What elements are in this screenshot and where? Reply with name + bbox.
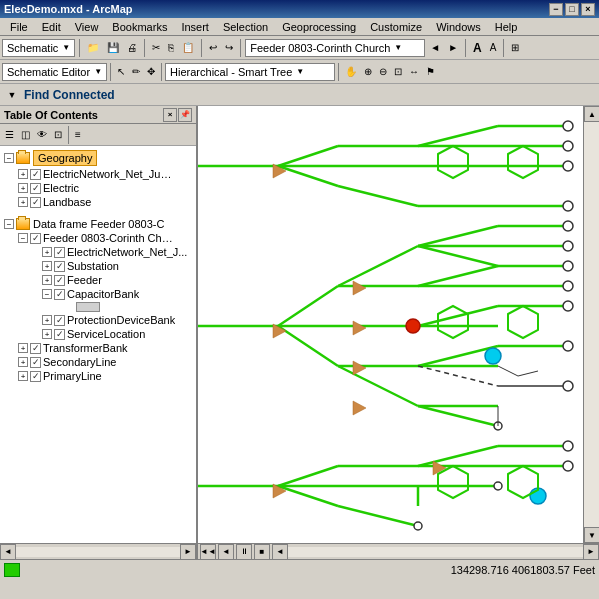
toc-visibility-btn[interactable]: 👁 bbox=[34, 125, 50, 145]
toc-item-feeder[interactable]: + Feeder bbox=[38, 273, 196, 287]
pencil-tool[interactable]: ✏ bbox=[129, 62, 143, 82]
feeder-nav-prev[interactable]: ◄ bbox=[427, 38, 443, 58]
feeder-nav-next[interactable]: ► bbox=[445, 38, 461, 58]
grid-button[interactable]: ⊞ bbox=[508, 38, 522, 58]
maximize-button[interactable]: □ bbox=[565, 3, 579, 16]
menu-windows[interactable]: Windows bbox=[430, 20, 487, 34]
menu-insert[interactable]: Insert bbox=[175, 20, 215, 34]
secondaryline-expander[interactable]: + bbox=[18, 357, 28, 367]
en-junc-expander[interactable]: + bbox=[18, 169, 28, 179]
toc-item-landbase[interactable]: + Landbase bbox=[14, 195, 196, 209]
feeder-group-expander[interactable]: − bbox=[18, 233, 28, 243]
close-button[interactable]: × bbox=[581, 3, 595, 16]
open-button[interactable]: 📁 bbox=[84, 38, 102, 58]
copy-button[interactable]: ⎘ bbox=[165, 38, 177, 58]
menu-bookmarks[interactable]: Bookmarks bbox=[106, 20, 173, 34]
servicelocation-expander[interactable]: + bbox=[42, 329, 52, 339]
window-controls[interactable]: − □ × bbox=[549, 3, 595, 16]
toc-item-capacitorbank[interactable]: − CapacitorBank bbox=[38, 287, 196, 301]
toc-item-substation[interactable]: + Substation bbox=[38, 259, 196, 273]
schematic-editor-dropdown[interactable]: Schematic Editor ▼ bbox=[2, 63, 107, 81]
landbase-expander[interactable]: + bbox=[18, 197, 28, 207]
toc-group-dataframe-header[interactable]: − Data frame Feeder 0803-C bbox=[0, 217, 196, 231]
font-a-button[interactable]: A bbox=[470, 38, 485, 58]
toc-item-en-net-j[interactable]: + ElectricNetwork_Net_J... bbox=[38, 245, 196, 259]
menu-edit[interactable]: Edit bbox=[36, 20, 67, 34]
transformerbank-expander[interactable]: + bbox=[18, 343, 28, 353]
toc-scroll-left[interactable]: ◄ bbox=[0, 544, 16, 560]
minimize-button[interactable]: − bbox=[549, 3, 563, 16]
protectiondevicebank-expander[interactable]: + bbox=[42, 315, 52, 325]
toc-group-geography-header[interactable]: − Geography bbox=[0, 149, 196, 167]
toc-dock-button[interactable]: 📌 bbox=[178, 108, 192, 122]
feeder-checkbox[interactable] bbox=[54, 275, 65, 286]
capacitorbank-checkbox[interactable] bbox=[54, 289, 65, 300]
toc-item-servicelocation[interactable]: + ServiceLocation bbox=[38, 327, 196, 341]
route-tool[interactable]: ↔ bbox=[406, 62, 422, 82]
electric-checkbox[interactable] bbox=[30, 183, 41, 194]
menu-selection[interactable]: Selection bbox=[217, 20, 274, 34]
cut-button[interactable]: ✂ bbox=[149, 38, 163, 58]
feeder-group-checkbox[interactable] bbox=[30, 233, 41, 244]
scroll-left-button[interactable]: ◄ bbox=[272, 544, 288, 560]
select-tool[interactable]: ↖ bbox=[114, 62, 128, 82]
menu-customize[interactable]: Customize bbox=[364, 20, 428, 34]
nav-first-button[interactable]: ◄◄ bbox=[200, 544, 216, 560]
scroll-track-vertical[interactable] bbox=[584, 122, 599, 527]
toc-sel-btn[interactable]: ⊡ bbox=[51, 125, 65, 145]
protectiondevicebank-checkbox[interactable] bbox=[54, 315, 65, 326]
undo-button[interactable]: ↩ bbox=[206, 38, 220, 58]
move-tool[interactable]: ✥ bbox=[144, 62, 158, 82]
landbase-checkbox[interactable] bbox=[30, 197, 41, 208]
secondaryline-checkbox[interactable] bbox=[30, 357, 41, 368]
toc-item-secondaryline[interactable]: + SecondaryLine bbox=[14, 355, 196, 369]
toc-list-btn[interactable]: ☰ bbox=[2, 125, 17, 145]
primaryline-expander[interactable]: + bbox=[18, 371, 28, 381]
servicelocation-checkbox[interactable] bbox=[54, 329, 65, 340]
toc-item-protectiondevicebank[interactable]: + ProtectionDeviceBank bbox=[38, 313, 196, 327]
primaryline-checkbox[interactable] bbox=[30, 371, 41, 382]
capacitorbank-expander[interactable]: − bbox=[42, 289, 52, 299]
font-small-button[interactable]: A bbox=[487, 38, 500, 58]
zoom-pan-tool[interactable]: ✋ bbox=[342, 62, 360, 82]
menu-view[interactable]: View bbox=[69, 20, 105, 34]
horizontal-scroll-track[interactable] bbox=[288, 547, 583, 557]
toc-source-btn[interactable]: ◫ bbox=[18, 125, 33, 145]
substation-expander[interactable]: + bbox=[42, 261, 52, 271]
en-junc-checkbox[interactable] bbox=[30, 169, 41, 180]
toc-item-electric[interactable]: + Electric bbox=[14, 181, 196, 195]
nav-prev-button[interactable]: ◄ bbox=[218, 544, 234, 560]
substation-checkbox[interactable] bbox=[54, 261, 65, 272]
electric-expander[interactable]: + bbox=[18, 183, 28, 193]
schematic-dropdown[interactable]: Schematic ▼ bbox=[2, 39, 75, 57]
feeder-expander[interactable]: + bbox=[42, 275, 52, 285]
toc-item-primaryline[interactable]: + PrimaryLine bbox=[14, 369, 196, 383]
toc-close-button[interactable]: × bbox=[163, 108, 177, 122]
dataframe-expander[interactable]: − bbox=[4, 219, 14, 229]
zoom-in-tool[interactable]: ⊕ bbox=[361, 62, 375, 82]
nav-play-button[interactable]: ⏸ bbox=[236, 544, 252, 560]
en-net-j-checkbox[interactable] bbox=[54, 247, 65, 258]
menu-help[interactable]: Help bbox=[489, 20, 524, 34]
save-button[interactable]: 💾 bbox=[104, 38, 122, 58]
redo-button[interactable]: ↪ bbox=[222, 38, 236, 58]
scroll-down-button[interactable]: ▼ bbox=[584, 527, 599, 543]
find-connected-expand[interactable]: ▼ bbox=[4, 87, 20, 103]
zoom-out-tool[interactable]: ⊖ bbox=[376, 62, 390, 82]
transformerbank-checkbox[interactable] bbox=[30, 343, 41, 354]
paste-button[interactable]: 📋 bbox=[179, 38, 197, 58]
scroll-up-button[interactable]: ▲ bbox=[584, 106, 599, 122]
toc-item-transformerbank[interactable]: + TransformerBank bbox=[14, 341, 196, 355]
menu-geoprocessing[interactable]: Geoprocessing bbox=[276, 20, 362, 34]
zoom-extent-tool[interactable]: ⊡ bbox=[391, 62, 405, 82]
flag-tool[interactable]: ⚑ bbox=[423, 62, 438, 82]
toc-item-feeder-group[interactable]: − Feeder 0803-Corinth Chur... bbox=[14, 231, 196, 245]
smart-tree-dropdown[interactable]: Hierarchical - Smart Tree ▼ bbox=[165, 63, 335, 81]
toc-options-btn[interactable]: ≡ bbox=[72, 125, 84, 145]
map-canvas[interactable] bbox=[198, 106, 583, 543]
menu-file[interactable]: File bbox=[4, 20, 34, 34]
feeder-dropdown[interactable]: Feeder 0803-Corinth Church ▼ bbox=[245, 39, 425, 57]
toc-scroll-right[interactable]: ► bbox=[180, 544, 196, 560]
print-button[interactable]: 🖨 bbox=[124, 38, 140, 58]
en-net-j-expander[interactable]: + bbox=[42, 247, 52, 257]
